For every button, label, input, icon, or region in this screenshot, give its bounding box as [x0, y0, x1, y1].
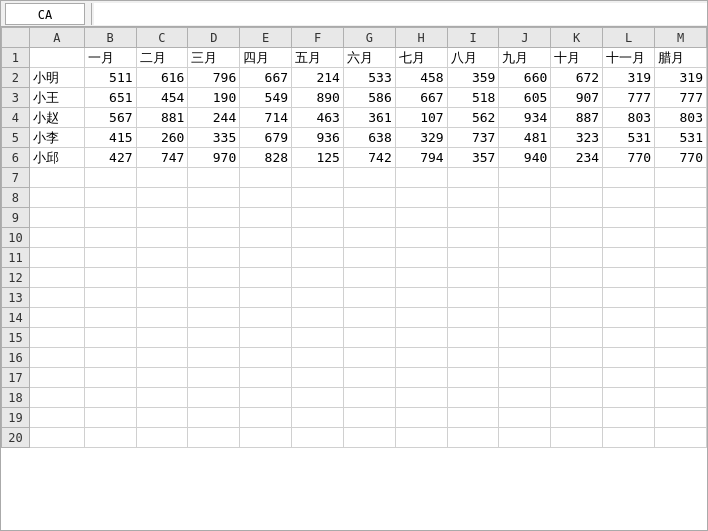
cell-J14[interactable]	[499, 308, 551, 328]
cell-E2[interactable]: 667	[240, 68, 292, 88]
cell-J11[interactable]	[499, 248, 551, 268]
cell-B5[interactable]: 415	[84, 128, 136, 148]
cell-I16[interactable]	[447, 348, 499, 368]
cell-B4[interactable]: 567	[84, 108, 136, 128]
cell-H11[interactable]	[395, 248, 447, 268]
cell-F2[interactable]: 214	[292, 68, 344, 88]
cell-H17[interactable]	[395, 368, 447, 388]
cell-H10[interactable]	[395, 228, 447, 248]
cell-C8[interactable]	[136, 188, 188, 208]
cell-I13[interactable]	[447, 288, 499, 308]
cell-H13[interactable]	[395, 288, 447, 308]
cell-H9[interactable]	[395, 208, 447, 228]
row-header-17[interactable]: 17	[2, 368, 30, 388]
cell-K19[interactable]	[551, 408, 603, 428]
cell-J13[interactable]	[499, 288, 551, 308]
row-header-19[interactable]: 19	[2, 408, 30, 428]
cell-M13[interactable]	[655, 288, 707, 308]
cell-I7[interactable]	[447, 168, 499, 188]
cell-F20[interactable]	[292, 428, 344, 448]
cell-B7[interactable]	[84, 168, 136, 188]
cell-A4[interactable]: 小赵	[29, 108, 84, 128]
cell-A16[interactable]	[29, 348, 84, 368]
cell-G4[interactable]: 361	[343, 108, 395, 128]
cell-C15[interactable]	[136, 328, 188, 348]
cell-J18[interactable]	[499, 388, 551, 408]
cell-H6[interactable]: 794	[395, 148, 447, 168]
cell-B15[interactable]	[84, 328, 136, 348]
row-header-8[interactable]: 8	[2, 188, 30, 208]
cell-C14[interactable]	[136, 308, 188, 328]
cell-H19[interactable]	[395, 408, 447, 428]
cell-G5[interactable]: 638	[343, 128, 395, 148]
row-header-6[interactable]: 6	[2, 148, 30, 168]
cell-C2[interactable]: 616	[136, 68, 188, 88]
cell-C19[interactable]	[136, 408, 188, 428]
cell-A15[interactable]	[29, 328, 84, 348]
cell-G11[interactable]	[343, 248, 395, 268]
cell-B19[interactable]	[84, 408, 136, 428]
cell-D16[interactable]	[188, 348, 240, 368]
row-header-10[interactable]: 10	[2, 228, 30, 248]
cell-D19[interactable]	[188, 408, 240, 428]
cell-K12[interactable]	[551, 268, 603, 288]
cell-A5[interactable]: 小李	[29, 128, 84, 148]
cell-B9[interactable]	[84, 208, 136, 228]
cell-A7[interactable]	[29, 168, 84, 188]
cell-M8[interactable]	[655, 188, 707, 208]
cell-L5[interactable]: 531	[603, 128, 655, 148]
cell-I4[interactable]: 562	[447, 108, 499, 128]
cell-A10[interactable]	[29, 228, 84, 248]
cell-K8[interactable]	[551, 188, 603, 208]
cell-D20[interactable]	[188, 428, 240, 448]
cell-G1[interactable]: 六月	[343, 48, 395, 68]
row-header-16[interactable]: 16	[2, 348, 30, 368]
cell-D9[interactable]	[188, 208, 240, 228]
cell-I9[interactable]	[447, 208, 499, 228]
cell-M1[interactable]: 腊月	[655, 48, 707, 68]
cell-C17[interactable]	[136, 368, 188, 388]
cell-E6[interactable]: 828	[240, 148, 292, 168]
cell-G7[interactable]	[343, 168, 395, 188]
cell-L12[interactable]	[603, 268, 655, 288]
cell-F1[interactable]: 五月	[292, 48, 344, 68]
cell-I18[interactable]	[447, 388, 499, 408]
cell-I12[interactable]	[447, 268, 499, 288]
cell-B8[interactable]	[84, 188, 136, 208]
cell-G15[interactable]	[343, 328, 395, 348]
cell-L10[interactable]	[603, 228, 655, 248]
cell-K13[interactable]	[551, 288, 603, 308]
cell-E16[interactable]	[240, 348, 292, 368]
cell-I10[interactable]	[447, 228, 499, 248]
cell-C13[interactable]	[136, 288, 188, 308]
cell-D15[interactable]	[188, 328, 240, 348]
cell-I5[interactable]: 737	[447, 128, 499, 148]
cell-K1[interactable]: 十月	[551, 48, 603, 68]
cell-M7[interactable]	[655, 168, 707, 188]
cell-F6[interactable]: 125	[292, 148, 344, 168]
cell-M3[interactable]: 777	[655, 88, 707, 108]
cell-M19[interactable]	[655, 408, 707, 428]
col-header-K[interactable]: K	[551, 28, 603, 48]
formula-input[interactable]	[94, 3, 707, 25]
cell-F10[interactable]	[292, 228, 344, 248]
cell-D11[interactable]	[188, 248, 240, 268]
cell-J12[interactable]	[499, 268, 551, 288]
cell-H8[interactable]	[395, 188, 447, 208]
cell-C7[interactable]	[136, 168, 188, 188]
cell-C6[interactable]: 747	[136, 148, 188, 168]
row-header-12[interactable]: 12	[2, 268, 30, 288]
cell-E12[interactable]	[240, 268, 292, 288]
cell-A6[interactable]: 小邱	[29, 148, 84, 168]
cell-E20[interactable]	[240, 428, 292, 448]
cell-J2[interactable]: 660	[499, 68, 551, 88]
cell-F19[interactable]	[292, 408, 344, 428]
cell-F4[interactable]: 463	[292, 108, 344, 128]
cell-J1[interactable]: 九月	[499, 48, 551, 68]
cell-B1[interactable]: 一月	[84, 48, 136, 68]
cell-M4[interactable]: 803	[655, 108, 707, 128]
col-header-H[interactable]: H	[395, 28, 447, 48]
cell-G13[interactable]	[343, 288, 395, 308]
cell-I3[interactable]: 518	[447, 88, 499, 108]
cell-M11[interactable]	[655, 248, 707, 268]
